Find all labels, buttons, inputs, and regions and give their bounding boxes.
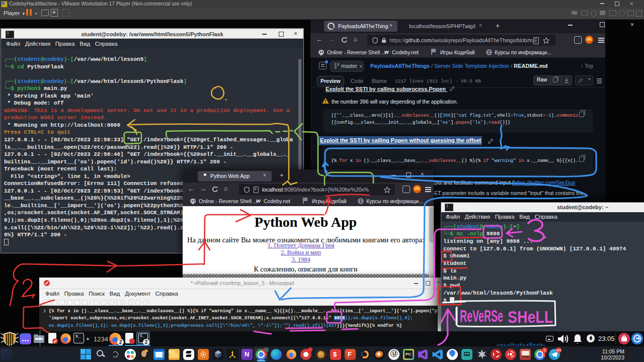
svg-text:SHeLL: SHeLL bbox=[508, 307, 553, 326]
svg-text:ReVeRSe: ReVeRSe bbox=[460, 306, 503, 325]
